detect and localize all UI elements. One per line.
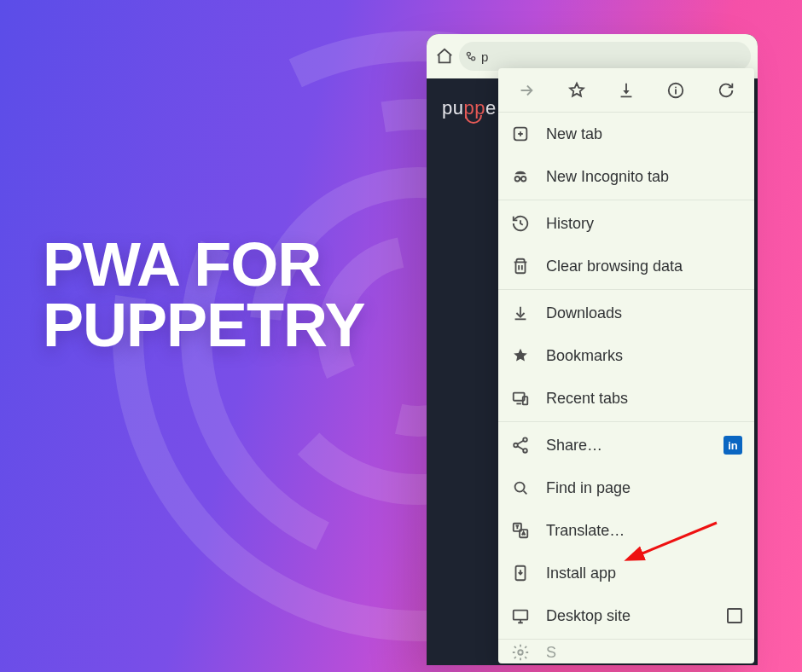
download-icon[interactable]: [609, 73, 643, 107]
home-icon[interactable]: [433, 45, 456, 67]
menu-desktop-site[interactable]: Desktop site: [498, 594, 754, 637]
menu-settings-cut-label: S: [546, 644, 556, 662]
history-icon: [510, 213, 531, 234]
phone-frame: p puppe Pu ea c wit Puppe and r short v …: [427, 34, 758, 665]
menu-install-app[interactable]: Install app: [498, 552, 754, 594]
menu-separator: [498, 421, 754, 422]
menu-bookmarks-label: Bookmarks: [546, 347, 742, 365]
trash-icon: [510, 256, 531, 276]
menu-clear-data[interactable]: Clear browsing data: [498, 245, 754, 287]
menu-incognito-label: New Incognito tab: [546, 168, 742, 186]
headline: PWA FOR PUPPETRY: [43, 235, 364, 355]
plus-box-icon: [510, 124, 531, 144]
menu-find-label: Find in page: [546, 479, 742, 497]
menu-separator: [498, 200, 754, 200]
menu-history-label: History: [546, 215, 742, 233]
logo-smile-icon: [465, 115, 482, 124]
menu-bookmarks[interactable]: Bookmarks: [498, 334, 754, 377]
menu-translate-label: Translate…: [546, 522, 742, 540]
menu-separator: [498, 639, 754, 640]
menu-translate[interactable]: Translate…: [498, 509, 754, 552]
menu-settings-cut[interactable]: S: [498, 641, 754, 663]
menu-clear-data-label: Clear browsing data: [546, 258, 742, 275]
incognito-icon: [510, 166, 531, 187]
menu-separator: [498, 289, 754, 290]
bookmark-star-icon: [510, 345, 531, 366]
linkedin-badge: in: [724, 436, 742, 455]
menu-recent-tabs[interactable]: Recent tabs: [498, 377, 754, 420]
refresh-icon[interactable]: [709, 73, 743, 107]
svg-point-7: [675, 86, 677, 88]
svg-point-5: [472, 57, 475, 61]
desktop-icon: [510, 605, 531, 626]
svg-point-21: [518, 650, 523, 655]
svg-point-4: [467, 52, 470, 55]
star-icon[interactable]: [560, 73, 594, 107]
svg-point-14: [514, 443, 518, 448]
forward-icon[interactable]: [509, 73, 543, 107]
devices-icon: [510, 388, 531, 408]
menu-find[interactable]: Find in page: [498, 466, 754, 509]
menu-new-tab[interactable]: New tab: [498, 113, 754, 155]
menu-downloads[interactable]: Downloads: [498, 292, 754, 334]
svg-point-13: [523, 437, 527, 442]
menu-new-tab-label: New tab: [546, 125, 742, 143]
menu-recent-tabs-label: Recent tabs: [546, 390, 742, 408]
logo-suffix: e: [485, 97, 497, 119]
url-text: p: [481, 49, 488, 64]
gear-icon: [510, 642, 531, 663]
logo-mid: pp: [463, 97, 485, 119]
puppetry-logo: puppe: [442, 97, 497, 119]
menu-incognito[interactable]: New Incognito tab: [498, 155, 754, 198]
menu-share[interactable]: Share… in: [498, 424, 754, 466]
menu-top-row: [498, 68, 754, 113]
logo-prefix: pu: [442, 97, 463, 119]
svg-point-9: [515, 177, 520, 182]
headline-line1: PWA FOR: [43, 235, 364, 295]
headline-line2: PUPPETRY: [43, 295, 364, 356]
checkbox-empty-icon[interactable]: [727, 608, 742, 623]
menu-history[interactable]: History: [498, 202, 754, 245]
overflow-menu: New tab New Incognito tab History Clear …: [498, 68, 754, 663]
menu-install-app-label: Install app: [546, 565, 742, 582]
svg-point-10: [521, 177, 526, 182]
svg-point-16: [515, 483, 525, 492]
svg-rect-20: [514, 611, 528, 620]
translate-icon: [510, 520, 531, 541]
share-icon: [510, 435, 531, 455]
info-icon[interactable]: [659, 73, 693, 107]
menu-downloads-label: Downloads: [546, 304, 742, 322]
menu-desktop-site-label: Desktop site: [546, 607, 712, 625]
install-icon: [510, 563, 531, 583]
svg-point-15: [523, 449, 527, 453]
download-arrow-icon: [510, 303, 531, 323]
menu-share-label: Share…: [546, 437, 708, 455]
url-bar[interactable]: p: [459, 42, 751, 71]
search-icon: [510, 478, 531, 498]
